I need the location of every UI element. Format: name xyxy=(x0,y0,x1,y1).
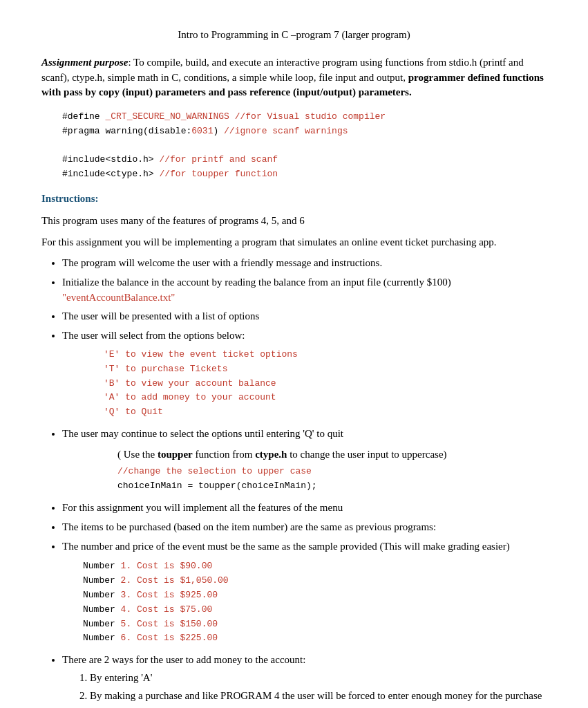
code-line-pragma: #pragma warning(disable:6031) //ignore s… xyxy=(62,124,547,139)
bullet-item-2: Initialize the balance in the account by… xyxy=(62,275,547,306)
cost-1: Number 1. Cost is $90.00 xyxy=(83,559,547,574)
toupper-comment: //change the selection to upper case xyxy=(117,465,547,479)
toupper-code: choiceInMain = toupper(choiceInMain); xyxy=(117,479,547,494)
assignment-purpose: Assignment purpose: To compile, build, a… xyxy=(41,55,547,100)
page-title: Intro to Programming in C –program 7 (la… xyxy=(41,28,547,43)
bullet-item-7: The items to be purchased (based on the … xyxy=(62,520,547,535)
code-section-1: #define _CRT_SECURE_NO_WARNINGS //for Vi… xyxy=(62,110,547,182)
instructions-label: Instructions: xyxy=(41,192,547,207)
cost-3: Number 3. Cost is $925.00 xyxy=(83,588,547,603)
code-options-block: 'E' to view the event ticket options 'T'… xyxy=(104,348,547,420)
bullet-item-1: The program will welcome the user with a… xyxy=(62,256,547,271)
bullet-item-8: The number and price of the event must b… xyxy=(62,539,547,646)
sub-list: By entering 'A' By making a purchase and… xyxy=(90,671,547,708)
code-option-b: 'B' to view your account balance xyxy=(104,377,547,391)
bullet-item-3: The user will be presented with a list o… xyxy=(62,309,547,324)
code-option-e: 'E' to view the event ticket options xyxy=(104,348,547,362)
code-option-q: 'Q' to Quit xyxy=(104,405,547,420)
code-line-define: #define _CRT_SECURE_NO_WARNINGS //for Vi… xyxy=(62,110,547,124)
bullet-item-6: For this assignment you will implement a… xyxy=(62,501,547,516)
main-bullet-list: The program will welcome the user with a… xyxy=(62,256,547,708)
for-this-text: For this assignment you will be implemen… xyxy=(41,235,547,250)
cost-4: Number 4. Cost is $75.00 xyxy=(83,603,547,617)
bullet-item-4: The user will select from the options be… xyxy=(62,328,547,420)
assignment-purpose-label: Assignment purpose xyxy=(41,57,128,68)
cost-2: Number 2. Cost is $1,050.00 xyxy=(83,574,547,588)
programs-text: This program uses many of the features o… xyxy=(41,214,547,229)
bullet-item-9: There are 2 ways for the user to add mon… xyxy=(62,653,547,708)
cost-5: Number 5. Cost is $150.00 xyxy=(83,617,547,632)
code-line-stdio: #include<stdio.h> //for printf and scanf xyxy=(62,153,547,167)
bullet-item-5: The user may continue to select the opti… xyxy=(62,427,547,494)
cost-6: Number 6. Cost is $225.00 xyxy=(83,631,547,646)
sub-item-2: By making a purchase and like PROGRAM 4 … xyxy=(90,689,547,704)
code-option-a: 'A' to add money to your account xyxy=(104,391,547,405)
toupper-block: ( Use the toupper function from ctype.h … xyxy=(117,447,547,494)
sub-item-1: By entering 'A' xyxy=(90,671,547,686)
number-costs-block: Number 1. Cost is $90.00 Number 2. Cost … xyxy=(83,559,547,646)
code-line-ctype: #include<ctype.h> //for toupper function xyxy=(62,167,547,182)
code-option-t: 'T' to purchase Tickets xyxy=(104,362,547,377)
